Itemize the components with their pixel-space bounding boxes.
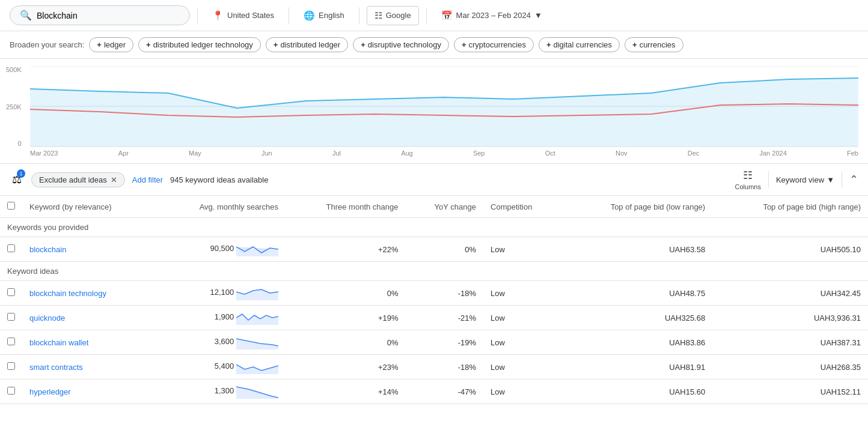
yoy-header: YoY change <box>406 196 484 218</box>
three-month-cell: 0% <box>286 281 406 306</box>
chip-digital-currencies[interactable]: + digital currencies <box>539 37 620 52</box>
select-all-header[interactable] <box>0 196 22 218</box>
date-range-label: Mar 2023 – Feb 2024 <box>456 11 531 20</box>
network-icon: ☷ <box>374 10 382 21</box>
collapse-button[interactable]: ⌃ <box>849 173 858 186</box>
chart-svg <box>30 66 858 147</box>
language-label: English <box>319 11 344 20</box>
avg-searches-cell: 3,600 <box>156 330 286 355</box>
competition-cell: Low <box>483 237 561 262</box>
chip-distributed-ledger[interactable]: + distributed ledger <box>266 37 348 52</box>
network-button[interactable]: ☷ Google <box>367 6 419 25</box>
keyword-cell[interactable]: hyperledger <box>22 380 156 404</box>
language-button[interactable]: 🌐 English <box>296 7 352 25</box>
xaxis-oct: Oct <box>545 150 555 157</box>
yoy-cell: -18% <box>406 281 484 306</box>
row-checkbox-cell[interactable] <box>0 380 22 404</box>
header-divider-3 <box>359 7 359 24</box>
columns-icon: ☷ <box>743 169 753 182</box>
row-checkbox-cell[interactable] <box>0 330 22 355</box>
chip-ledger[interactable]: + ledger <box>89 37 133 52</box>
add-filter-button[interactable]: Add filter <box>132 175 163 184</box>
chevron-down-icon: ▼ <box>534 11 542 20</box>
exclude-adult-close[interactable]: ✕ <box>111 175 117 184</box>
chart-area: 500K 250K 0 Mar 2023 Apr May Jun Jul Aug… <box>0 59 868 164</box>
bid-low-header: Top of page bid (low range) <box>561 196 712 218</box>
row-checkbox[interactable] <box>7 338 15 345</box>
exclude-adult-label: Exclude adult ideas <box>39 175 107 184</box>
keyword-cell[interactable]: blockchain wallet <box>22 330 156 355</box>
avg-searches-cell: 1,900 <box>156 306 286 330</box>
avg-searches-cell: 1,300 <box>156 380 286 404</box>
exclude-adult-chip: Exclude adult ideas ✕ <box>31 172 125 187</box>
chip-cryptocurrencies[interactable]: + cryptocurrencies <box>454 37 534 52</box>
columns-button[interactable]: ☷ Columns <box>735 169 761 190</box>
broaden-label: Broaden your search: <box>10 40 84 49</box>
chip-distributed-ledger-technology[interactable]: + distributed ledger technology <box>138 37 261 52</box>
bid-low-cell: UAH83.86 <box>561 330 712 355</box>
yoy-cell: -21% <box>406 306 484 330</box>
chart-xaxis: Mar 2023 Apr May Jun Jul Aug Sep Oct Nov… <box>30 147 858 160</box>
section-provided-label: Keywords you provided <box>0 218 868 237</box>
keyword-view-chevron: ▼ <box>827 175 834 184</box>
xaxis-mar: Mar 2023 <box>30 150 58 157</box>
chart-yaxis: 500K 250K 0 <box>6 66 22 147</box>
filter-divider-2 <box>842 171 842 188</box>
row-checkbox-cell[interactable] <box>0 355 22 380</box>
row-checkbox[interactable] <box>7 244 15 252</box>
competition-cell: Low <box>483 355 561 380</box>
row-checkbox[interactable] <box>7 288 15 296</box>
location-button[interactable]: 📍 United States <box>205 7 281 25</box>
avg-searches-cell: 5,400 <box>156 355 286 380</box>
competition-cell: Low <box>483 380 561 404</box>
row-checkbox[interactable] <box>7 313 15 321</box>
row-checkbox-cell[interactable] <box>0 306 22 330</box>
competition-cell: Low <box>483 306 561 330</box>
bid-low-cell: UAH15.60 <box>561 380 712 404</box>
keyword-cell[interactable]: smart contracts <box>22 355 156 380</box>
xaxis-sep: Sep <box>473 150 485 157</box>
header-divider <box>197 7 198 24</box>
yoy-cell: -19% <box>406 330 484 355</box>
yoy-cell: -47% <box>406 380 484 404</box>
keyword-cell[interactable]: blockchain <box>22 237 156 262</box>
keyword-view-button[interactable]: Keyword view ▼ <box>776 175 834 184</box>
three-month-header: Three month change <box>286 196 406 218</box>
section-ideas-label: Keyword ideas <box>0 262 868 281</box>
search-box[interactable]: 🔍 <box>10 5 190 25</box>
bid-high-cell: UAH268.35 <box>712 355 868 380</box>
bid-low-cell: UAH325.68 <box>561 306 712 330</box>
row-checkbox-cell[interactable] <box>0 237 22 262</box>
header: 🔍 📍 United States 🌐 English ☷ Google 📅 M… <box>0 0 868 31</box>
bid-high-cell: UAH3,936.31 <box>712 306 868 330</box>
sparkline-blockchain <box>236 242 278 256</box>
search-icon: 🔍 <box>20 10 32 21</box>
filter-divider <box>768 171 769 188</box>
row-checkbox[interactable] <box>7 387 15 395</box>
row-checkbox-cell[interactable] <box>0 281 22 306</box>
three-month-cell: +22% <box>286 237 406 262</box>
keyword-cell[interactable]: blockchain technology <box>22 281 156 306</box>
broaden-row: Broaden your search: + ledger + distribu… <box>0 31 868 59</box>
xaxis-jan: Jan 2024 <box>759 150 786 157</box>
keyword-cell[interactable]: quicknode <box>22 306 156 330</box>
filter-button[interactable]: ⚖ 1 <box>10 171 24 189</box>
date-range-button[interactable]: 📅 Mar 2023 – Feb 2024 ▼ <box>434 7 549 25</box>
chip-currencies[interactable]: + currencies <box>625 37 683 52</box>
bid-high-cell: UAH387.31 <box>712 330 868 355</box>
bid-high-header: Top of page bid (high range) <box>712 196 868 218</box>
xaxis-jul: Jul <box>332 150 341 157</box>
row-checkbox[interactable] <box>7 362 15 370</box>
table-header-row: Keyword (by relevance) Avg. monthly sear… <box>0 196 868 218</box>
xaxis-apr: Apr <box>118 150 129 157</box>
sparkline-quicknode <box>236 310 278 325</box>
sparkline-smart-contracts <box>236 360 278 374</box>
select-all-checkbox[interactable] <box>7 202 15 210</box>
keyword-count: 945 keyword ideas available <box>170 175 727 184</box>
avg-searches-cell: 90,500 <box>156 237 286 262</box>
language-icon: 🌐 <box>304 10 315 21</box>
search-input[interactable] <box>37 11 180 20</box>
table-row: blockchain technology 12,100 0% -18% Low… <box>0 281 868 306</box>
keyword-view-label: Keyword view <box>776 175 824 184</box>
chip-disruptive-technology[interactable]: + disruptive technology <box>353 37 449 52</box>
